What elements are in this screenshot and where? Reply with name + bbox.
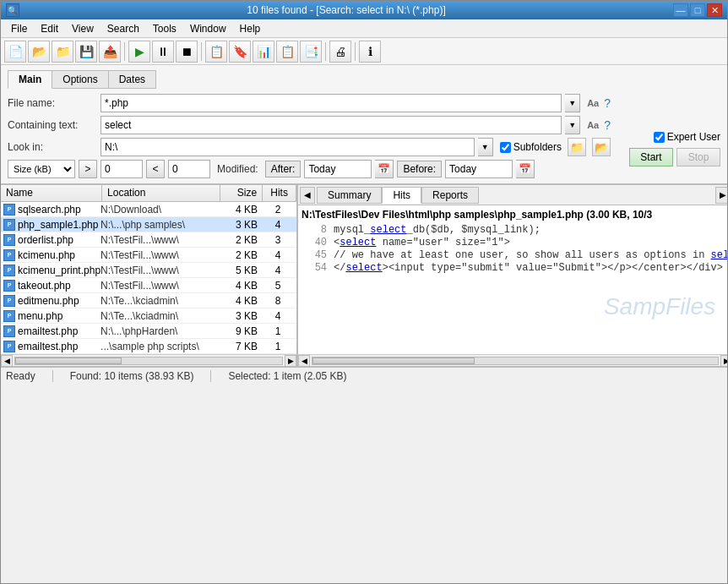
toolbar-btn9[interactable]: 📑 [300, 41, 322, 63]
file-row[interactable]: P emailtest.php ...\sample php scripts\ … [1, 339, 296, 354]
col-header-size[interactable]: Size [220, 185, 263, 201]
highlight-54: select [345, 262, 382, 274]
toolbar-btn7[interactable]: 📊 [253, 41, 274, 63]
menu-tools[interactable]: Tools [146, 21, 183, 36]
lookin-input[interactable] [101, 138, 475, 156]
file-hits: 5 [261, 280, 295, 292]
detail-tab-reports[interactable]: Reports [421, 187, 479, 204]
menu-file[interactable]: File [4, 21, 34, 36]
size-gt-btn[interactable]: > [79, 160, 97, 178]
detail-prev-btn[interactable]: ◀ [300, 187, 315, 204]
file-row[interactable]: P takeout.php N:\TestFil...\www\ 4 KB 5 [1, 278, 296, 293]
menu-view[interactable]: View [65, 21, 101, 36]
lookin-combo-btn[interactable]: ▼ [478, 138, 493, 156]
toolbar-stop[interactable]: ⏹ [176, 41, 198, 63]
toolbar-btn6[interactable]: 🔖 [229, 41, 251, 63]
file-location: N:\...\phpHarden\ [101, 325, 219, 337]
file-size: 2 KB [219, 249, 261, 261]
subfolders-checkbox[interactable] [500, 142, 511, 153]
results-area: Name Location Size Hits P sqlsearch.php … [1, 185, 727, 366]
toolbar-pause[interactable]: ⏸ [152, 41, 174, 63]
browse-folder-btn2[interactable]: 📂 [592, 138, 611, 156]
toolbar-info[interactable]: ℹ [359, 41, 381, 63]
start-button[interactable]: Start [629, 148, 673, 166]
search-panel: Main Options Dates File name: ▼ Aa ? Con… [1, 65, 727, 185]
containing-aa-icon[interactable]: Aa [587, 120, 599, 130]
status-sep2 [210, 370, 211, 382]
toolbar-open[interactable]: 📂 [28, 41, 50, 63]
stop-button[interactable]: Stop [676, 148, 720, 166]
file-row[interactable]: P menu.php N:\Te...\kciadmin\ 3 KB 4 [1, 308, 296, 324]
containing-help-icon[interactable]: ? [604, 118, 611, 132]
detail-tab-summary[interactable]: Summary [317, 187, 382, 204]
col-header-location[interactable]: Location [102, 185, 220, 201]
toolbar-btn5[interactable]: 📋 [205, 41, 227, 63]
detail-next-btn[interactable]: ▶ [715, 187, 728, 204]
size-from-input[interactable] [101, 160, 143, 178]
scroll-thumb[interactable] [15, 357, 122, 364]
expert-user-checkbox[interactable] [654, 132, 665, 143]
filename-combo-btn[interactable]: ▼ [565, 94, 580, 112]
toolbar-btn8[interactable]: 📋 [276, 41, 298, 63]
file-row[interactable]: P editmenu.php N:\Te...\kciadmin\ 4 KB 8 [1, 293, 296, 308]
close-button[interactable]: ✕ [707, 3, 722, 17]
file-row[interactable]: P emailtest.php N:\...\phpHarden\ 9 KB 1 [1, 324, 296, 339]
file-row[interactable]: P kcimenu.php N:\TestFil...\www\ 2 KB 4 [1, 248, 296, 263]
menu-help[interactable]: Help [233, 21, 268, 36]
file-icon: P [3, 233, 16, 247]
tab-main[interactable]: Main [8, 70, 52, 89]
col-header-hits[interactable]: Hits [263, 185, 296, 201]
detail-tab-hits[interactable]: Hits [382, 187, 421, 204]
tab-options[interactable]: Options [52, 70, 108, 89]
scroll-left-btn[interactable]: ◀ [1, 355, 13, 367]
containing-combo-btn[interactable]: ▼ [565, 116, 580, 134]
menu-window[interactable]: Window [183, 21, 233, 36]
file-row[interactable]: P kcimenu_print.php N:\TestFil...\www\ 5… [1, 263, 296, 278]
detail-body: N:\TestFiles\Dev Files\html\php samples\… [298, 205, 728, 354]
file-location: ...\sample php scripts\ [101, 341, 219, 352]
toolbar-sep4 [355, 42, 356, 61]
toolbar-print[interactable]: 🖨 [329, 41, 351, 63]
browse-folder-btn[interactable]: 📁 [568, 138, 586, 156]
menu-search[interactable]: Search [101, 21, 146, 36]
containing-input[interactable] [101, 116, 562, 134]
before-cal-btn[interactable]: 📅 [516, 160, 535, 178]
toolbar-play[interactable]: ▶ [128, 41, 150, 63]
scroll-right-btn[interactable]: ▶ [285, 355, 296, 367]
filename-help-icon[interactable]: ? [604, 96, 611, 110]
size-select[interactable]: Size (kB) [8, 160, 75, 178]
after-date-input[interactable] [304, 160, 372, 178]
menu-edit[interactable]: Edit [34, 21, 65, 36]
subfolders-label: Subfolders [500, 141, 562, 153]
after-cal-btn[interactable]: 📅 [375, 160, 394, 178]
detail-filepath: N:\TestFiles\Dev Files\html\php samples\… [302, 209, 728, 221]
file-row[interactable]: P php_sample1.php N:\...\php samples\ 3 … [1, 217, 296, 232]
filename-input[interactable] [101, 94, 562, 112]
detail-scroll-thumb[interactable] [312, 357, 475, 364]
detail-scroll-left[interactable]: ◀ [298, 355, 310, 367]
file-size: 5 KB [219, 265, 261, 276]
toolbar: 📄 📂 📁 💾 📤 ▶ ⏸ ⏹ 📋 🔖 📊 📋 📑 🖨 ℹ [1, 38, 727, 65]
before-date-input[interactable] [445, 160, 513, 178]
file-list-body: P sqlsearch.php N:\Download\ 4 KB 2 P ph… [1, 202, 296, 354]
file-hits: 4 [261, 265, 295, 276]
file-size: 3 KB [219, 310, 261, 322]
title-bar: 🔍 10 files found - [Search: select in N:… [1, 1, 727, 19]
php-icon: P [3, 265, 15, 276]
file-name: emailtest.php [18, 341, 101, 352]
filename-aa-icon[interactable]: Aa [587, 98, 599, 108]
col-header-name[interactable]: Name [1, 185, 102, 201]
toolbar-save-open[interactable]: 📁 [52, 41, 73, 63]
maximize-button[interactable]: □ [690, 3, 705, 17]
size-lt-btn[interactable]: < [146, 160, 165, 178]
toolbar-save[interactable]: 💾 [75, 41, 97, 63]
detail-scroll-right[interactable]: ▶ [720, 355, 728, 367]
tab-dates[interactable]: Dates [109, 70, 156, 89]
size-to-input[interactable] [168, 160, 210, 178]
toolbar-export[interactable]: 📤 [99, 41, 121, 63]
file-row[interactable]: P sqlsearch.php N:\Download\ 4 KB 2 [1, 202, 296, 217]
toolbar-sep3 [325, 42, 326, 61]
toolbar-new[interactable]: 📄 [4, 41, 26, 63]
file-row[interactable]: P orderlist.php N:\TestFil...\www\ 2 KB … [1, 232, 296, 248]
minimize-button[interactable]: — [673, 3, 688, 17]
